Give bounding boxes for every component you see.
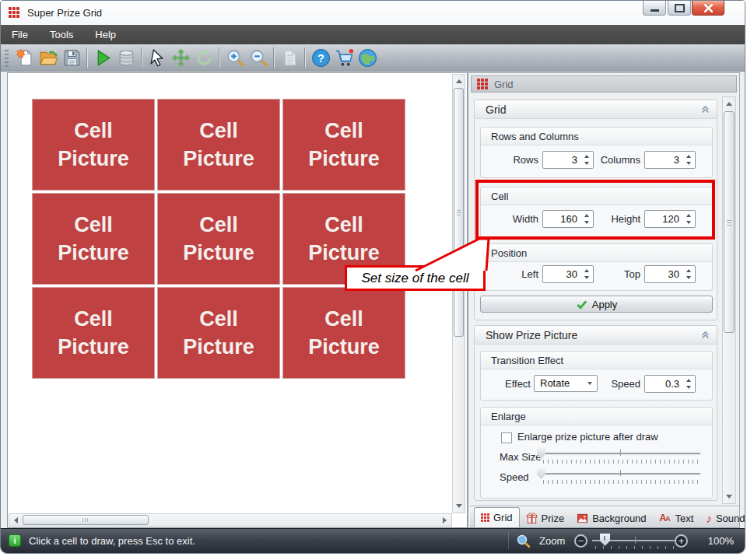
scroll-left-button[interactable]	[11, 514, 21, 526]
status-bar: i Click a cell to draw, press Esc to exi…	[1, 528, 745, 553]
height-spinner[interactable]: 120	[644, 210, 696, 228]
zoom-percent: 100%	[701, 535, 734, 547]
transition-effect-group: Transition Effect Effect Rotate Speed 0.…	[480, 351, 713, 401]
scrollbar-thumb[interactable]	[724, 111, 735, 333]
tab-background[interactable]: Background	[570, 509, 652, 527]
window-title: Super Prize Grid	[27, 7, 102, 19]
collapse-chevron-icon	[701, 331, 710, 339]
enlarge-checkbox[interactable]	[501, 432, 512, 443]
grid-cell[interactable]: Cell Picture	[282, 287, 405, 379]
cell-label: Cell Picture	[297, 117, 391, 173]
canvas-horizontal-scrollbar[interactable]	[9, 513, 452, 527]
zoom-in-icon	[226, 48, 245, 68]
text-icon: A A	[659, 513, 672, 524]
info-icon: i	[9, 534, 21, 547]
width-label: Width	[486, 211, 538, 228]
toolbar-separator	[141, 47, 142, 68]
speed-spinner[interactable]: 0.3	[644, 375, 696, 393]
database-button[interactable]	[114, 46, 138, 69]
slider-thumb[interactable]	[537, 467, 545, 479]
open-button[interactable]	[37, 46, 60, 69]
grid-cell[interactable]: Cell Picture	[157, 287, 280, 379]
spinner-arrows[interactable]	[683, 212, 693, 226]
scroll-down-button[interactable]	[723, 492, 735, 502]
effect-dropdown[interactable]: Rotate	[534, 375, 598, 392]
slider-thumb[interactable]	[537, 447, 545, 459]
scrollbar-thumb[interactable]	[454, 88, 464, 337]
spinner-arrows[interactable]	[581, 212, 591, 226]
grid-cell[interactable]: Cell Picture	[157, 99, 280, 191]
maximize-button[interactable]	[668, 1, 691, 16]
panel-title: Grid	[494, 79, 514, 90]
help-button[interactable]: ?	[309, 46, 332, 69]
grid-cell[interactable]: Cell Picture	[282, 193, 405, 285]
menu-tools[interactable]: Tools	[39, 25, 84, 44]
left-spinner[interactable]: 30	[542, 265, 594, 283]
new-document-button[interactable]	[13, 46, 37, 69]
scroll-right-button[interactable]	[440, 514, 450, 526]
spinner-arrows[interactable]	[581, 152, 591, 167]
max-size-slider[interactable]	[535, 446, 705, 465]
spinner-arrows[interactable]	[683, 152, 693, 167]
tab-label: Prize	[542, 513, 565, 524]
save-button[interactable]	[60, 46, 83, 69]
toolbar-separator	[273, 47, 275, 68]
run-button[interactable]	[91, 46, 114, 69]
maximize-icon	[675, 4, 685, 12]
grid-cell[interactable]: Cell Picture	[32, 287, 155, 379]
grid-cell[interactable]: Cell Picture	[157, 193, 280, 285]
grid-expander-header[interactable]: Grid	[475, 100, 717, 119]
report-button[interactable]	[278, 46, 301, 69]
scroll-up-button[interactable]	[453, 76, 465, 86]
close-button[interactable]	[692, 1, 724, 16]
move-button[interactable]	[169, 46, 192, 69]
status-message: Click a cell to draw, press Esc to exit.	[29, 535, 195, 547]
show-prize-expander-header[interactable]: Show Prize Picture	[475, 326, 717, 345]
apply-button[interactable]: Apply	[480, 296, 713, 313]
tab-label: Background	[592, 513, 646, 524]
grid-cell[interactable]: Cell Picture	[32, 193, 155, 285]
rotate-button[interactable]	[192, 46, 216, 69]
spinner-arrows[interactable]	[683, 376, 693, 391]
width-spinner[interactable]: 160	[542, 210, 594, 228]
tab-grid[interactable]: Grid	[474, 507, 520, 527]
zoom-in-plus-button[interactable]: +	[675, 534, 688, 548]
scrollbar-thumb[interactable]	[23, 515, 149, 525]
top-spinner[interactable]: 30	[644, 265, 696, 283]
rows-label: Rows	[486, 152, 538, 169]
slider-center-tick	[620, 470, 621, 476]
thumb-grip	[457, 209, 461, 215]
grid-cell[interactable]: Cell Picture	[282, 99, 405, 191]
rows-spinner[interactable]: 3	[542, 151, 594, 169]
minimize-button[interactable]	[643, 1, 666, 16]
scroll-up-button[interactable]	[723, 99, 735, 109]
zoom-out-icon	[249, 48, 268, 68]
toolbar-grip[interactable]	[5, 48, 9, 67]
zoom-slider-thumb[interactable]	[600, 534, 610, 546]
group-title: Transition Effect	[481, 352, 712, 369]
spinner-arrows[interactable]	[581, 267, 591, 282]
panel-scrollbar[interactable]	[722, 96, 736, 504]
tab-text[interactable]: A A Text	[653, 509, 700, 527]
menu-help[interactable]: Help	[84, 25, 127, 44]
columns-spinner[interactable]: 3	[644, 151, 696, 169]
tab-sound[interactable]: ♪ Sound	[700, 509, 745, 527]
zoom-in-button[interactable]	[223, 46, 247, 69]
scroll-down-button[interactable]	[453, 501, 465, 511]
run-icon	[93, 48, 113, 68]
menu-file[interactable]: File	[1, 25, 39, 44]
enlarge-speed-slider[interactable]	[535, 467, 705, 485]
select-cursor-button[interactable]	[146, 46, 169, 69]
canvas-vertical-scrollbar[interactable]	[452, 74, 465, 513]
zoom-out-button[interactable]	[247, 46, 270, 69]
shop-button[interactable]	[332, 46, 356, 69]
enlarge-checkbox-label: Enlarge prize picture after draw	[517, 429, 658, 446]
website-button[interactable]	[356, 46, 379, 69]
zoom-out-minus-button[interactable]: −	[574, 534, 587, 548]
zoom-label: Zoom	[539, 535, 565, 547]
spinner-arrows[interactable]	[683, 267, 693, 282]
grid-cell[interactable]: Cell Picture	[32, 99, 155, 191]
cell-label: Cell Picture	[47, 211, 140, 267]
open-folder-icon	[39, 48, 58, 68]
tab-prize[interactable]: Prize	[520, 509, 571, 527]
